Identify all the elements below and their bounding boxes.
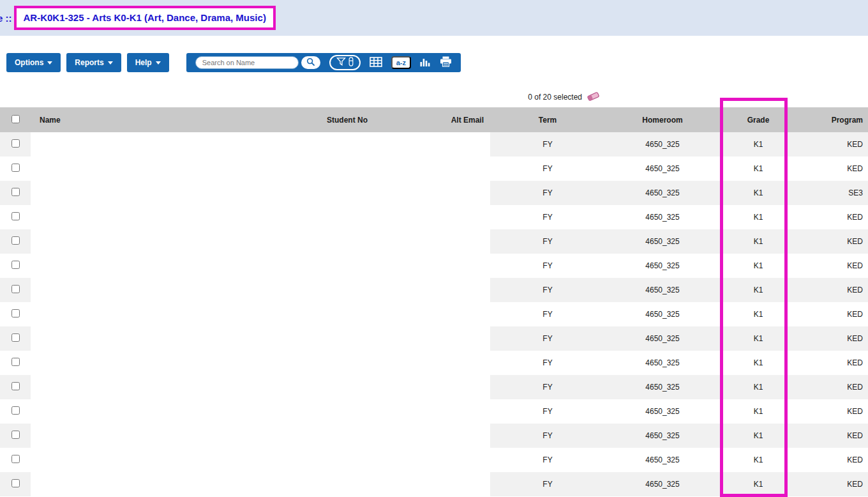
row-checkbox[interactable] xyxy=(11,236,20,245)
table-row: FY 4650_325 K1 KED xyxy=(0,351,868,375)
select-all-checkbox-cell xyxy=(0,107,31,132)
homeroom-cell: 4650_325 xyxy=(605,375,720,399)
filter-icon xyxy=(336,57,346,69)
grade-cell: K1 xyxy=(720,399,797,424)
alt-email-cell xyxy=(375,302,490,326)
row-checkbox[interactable] xyxy=(11,382,20,390)
field-set-button[interactable] xyxy=(370,57,382,69)
term-cell: FY xyxy=(490,326,605,351)
term-cell: FY xyxy=(490,132,605,157)
column-header-alt-email[interactable]: Alt Email xyxy=(375,107,490,132)
program-cell: KED xyxy=(797,157,868,181)
column-header-name[interactable]: Name xyxy=(31,107,273,132)
student-no-cell xyxy=(273,448,375,472)
reports-button[interactable]: Reports xyxy=(66,53,121,72)
quick-print-button[interactable] xyxy=(440,56,452,69)
name-cell xyxy=(31,351,273,375)
row-checkbox-cell xyxy=(0,254,31,278)
term-cell: FY xyxy=(490,229,605,254)
program-cell: KED xyxy=(797,254,868,278)
program-cell: KED xyxy=(797,351,868,375)
student-no-cell xyxy=(273,399,375,424)
homeroom-cell: 4650_325 xyxy=(605,472,720,496)
homeroom-cell: 4650_325 xyxy=(605,326,720,351)
search-input[interactable] xyxy=(195,56,299,69)
table-body: FY 4650_325 K1 KED FY 4650_325 K1 KED FY… xyxy=(0,132,868,496)
row-checkbox-cell xyxy=(0,424,31,448)
printer-icon xyxy=(440,56,452,69)
page-title-prefix: e :: xyxy=(0,13,12,24)
name-cell xyxy=(31,205,273,229)
row-checkbox[interactable] xyxy=(11,333,20,342)
row-checkbox[interactable] xyxy=(11,261,20,269)
alt-email-cell xyxy=(375,448,490,472)
alt-email-cell xyxy=(375,205,490,229)
grade-cell: K1 xyxy=(720,424,797,448)
sort-az-icon: a-z xyxy=(396,59,406,66)
student-no-cell xyxy=(273,351,375,375)
selection-count: 0 of 20 selected xyxy=(528,93,582,102)
term-cell: FY xyxy=(490,181,605,205)
page-title: AR-K0K1-325 - Arts K0-K1 (Art, Dance, Dr… xyxy=(24,12,266,23)
program-cell: KED xyxy=(797,302,868,326)
eraser-icon[interactable] xyxy=(587,91,600,103)
options-button[interactable]: Options xyxy=(6,53,61,72)
row-checkbox-cell xyxy=(0,448,31,472)
column-header-grade[interactable]: Grade xyxy=(720,107,797,132)
row-checkbox[interactable] xyxy=(11,212,20,220)
term-cell: FY xyxy=(490,254,605,278)
column-header-program[interactable]: Program xyxy=(797,107,868,132)
homeroom-cell: 4650_325 xyxy=(605,448,720,472)
term-cell: FY xyxy=(490,424,605,448)
term-cell: FY xyxy=(490,205,605,229)
name-cell xyxy=(31,278,273,302)
alt-email-cell xyxy=(375,351,490,375)
quick-chart-button[interactable] xyxy=(420,57,431,69)
row-checkbox[interactable] xyxy=(11,358,20,366)
sort-az-button[interactable]: a-z xyxy=(391,56,411,69)
grade-cell: K1 xyxy=(720,157,797,181)
row-checkbox[interactable] xyxy=(11,139,20,148)
row-checkbox[interactable] xyxy=(11,164,20,172)
grade-cell: K1 xyxy=(720,181,797,205)
column-header-term[interactable]: Term xyxy=(490,107,605,132)
student-no-cell xyxy=(273,254,375,278)
term-cell: FY xyxy=(490,351,605,375)
row-checkbox[interactable] xyxy=(11,285,20,293)
name-cell xyxy=(31,132,273,157)
name-cell xyxy=(31,399,273,424)
row-checkbox[interactable] xyxy=(11,188,20,196)
row-checkbox[interactable] xyxy=(11,455,20,463)
row-checkbox[interactable] xyxy=(11,406,20,415)
name-cell xyxy=(31,302,273,326)
row-checkbox-cell xyxy=(0,229,31,254)
row-checkbox-cell xyxy=(0,399,31,424)
table-row: FY 4650_325 K1 KED xyxy=(0,302,868,326)
name-cell xyxy=(31,375,273,399)
select-all-checkbox[interactable] xyxy=(11,115,20,123)
student-no-cell xyxy=(273,181,375,205)
term-cell: FY xyxy=(490,375,605,399)
name-cell xyxy=(31,157,273,181)
row-checkbox-cell xyxy=(0,326,31,351)
row-checkbox-cell xyxy=(0,302,31,326)
student-table: Name Student No Alt Email Term Homeroom … xyxy=(0,107,868,496)
help-button[interactable]: Help xyxy=(127,53,169,72)
row-checkbox-cell xyxy=(0,375,31,399)
filter-button[interactable] xyxy=(329,55,361,70)
column-header-homeroom[interactable]: Homeroom xyxy=(605,107,720,132)
column-header-student-no[interactable]: Student No xyxy=(273,107,375,132)
table-row: FY 4650_325 K1 SE3 xyxy=(0,181,868,205)
options-button-label: Options xyxy=(15,58,43,67)
term-cell: FY xyxy=(490,472,605,496)
row-checkbox[interactable] xyxy=(11,309,20,317)
row-checkbox[interactable] xyxy=(11,479,20,487)
search-button[interactable] xyxy=(301,56,320,69)
name-cell xyxy=(31,326,273,351)
term-cell: FY xyxy=(490,302,605,326)
grade-cell: K1 xyxy=(720,132,797,157)
grade-cell: K1 xyxy=(720,205,797,229)
alt-email-cell xyxy=(375,326,490,351)
row-checkbox[interactable] xyxy=(11,431,20,439)
homeroom-cell: 4650_325 xyxy=(605,302,720,326)
